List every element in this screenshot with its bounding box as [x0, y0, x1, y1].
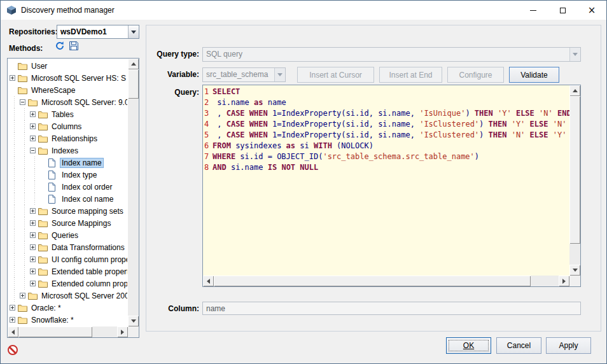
folder-icon — [38, 244, 50, 251]
expand-icon[interactable] — [30, 244, 36, 250]
validation-error-icon — [8, 345, 18, 355]
tree-item-label: Extended column prop — [50, 279, 127, 289]
scrollbar-thumb[interactable] — [128, 69, 139, 99]
save-methods-button[interactable] — [68, 40, 80, 52]
tree-item[interactable]: Microsoft SQL Server 2000 — [9, 290, 127, 302]
tree-indent-guide — [19, 157, 29, 169]
expand-icon[interactable] — [20, 293, 25, 298]
scroll-up-button[interactable] — [569, 85, 580, 96]
expand-icon[interactable] — [30, 111, 36, 117]
folder-icon — [18, 316, 29, 324]
scroll-left-button[interactable] — [203, 276, 214, 286]
arrow-left-icon — [207, 279, 210, 284]
tree-item[interactable]: Extended column prop — [9, 277, 127, 290]
tree-indent-guide — [9, 108, 19, 120]
tree-item[interactable]: Relationships — [9, 132, 127, 144]
expand-icon[interactable] — [30, 208, 36, 214]
maximize-button[interactable] — [548, 1, 577, 20]
close-button[interactable]: × — [577, 1, 606, 20]
tree-item-label: Microsoft SQL Server 2000 — [39, 291, 127, 301]
tree-item[interactable]: Queries — [9, 229, 127, 241]
tree-item[interactable]: Indexes — [9, 144, 127, 157]
column-field[interactable]: name — [202, 302, 581, 315]
scroll-down-button[interactable] — [569, 265, 580, 276]
arrow-down-icon — [573, 269, 578, 272]
validate-button[interactable]: Validate — [509, 67, 559, 83]
repository-combo-value: wsDVDemo1 — [57, 25, 128, 38]
tree-item[interactable]: Columns — [9, 120, 127, 132]
scroll-left-button[interactable] — [8, 326, 18, 337]
line-number: 1 — [204, 87, 213, 97]
scrollbar-thumb[interactable] — [18, 326, 92, 337]
expand-icon[interactable] — [30, 136, 36, 141]
scrollbar-thumb[interactable] — [214, 276, 531, 286]
tree-indent-guide — [9, 290, 19, 302]
expand-icon[interactable] — [10, 75, 15, 81]
cancel-button[interactable]: Cancel — [496, 337, 541, 354]
tree-item[interactable]: Data Transformations — [9, 241, 127, 253]
scroll-down-button[interactable] — [128, 316, 139, 326]
title-bar[interactable]: Discovery method manager × — [1, 1, 606, 20]
tree-item[interactable]: Source Mappings — [9, 217, 127, 229]
tree-horizontal-scrollbar — [8, 326, 128, 337]
expand-icon[interactable] — [30, 220, 36, 226]
chevron-down-icon — [131, 31, 136, 34]
methods-tree[interactable]: UserMicrosoft SQL Server HS: SWhereScape… — [7, 58, 139, 338]
scroll-right-button[interactable] — [117, 326, 128, 337]
tree-item-label: WhereScape — [29, 85, 77, 95]
expand-icon[interactable] — [30, 123, 36, 129]
tree-item[interactable]: Tables — [9, 108, 127, 120]
code-line: 6FROM sysindexes as si WITH (NOLOCK) — [204, 141, 569, 151]
folder-icon — [18, 304, 29, 312]
tree-item[interactable]: Index col order — [9, 181, 127, 193]
variable-combo: src_table_schema — [202, 67, 286, 82]
repository-combo-arrow[interactable] — [128, 25, 139, 38]
code-line: 8AND si.name IS NOT NULL — [204, 162, 569, 173]
tree-item[interactable]: Extended table propert — [9, 265, 127, 277]
scroll-right-button[interactable] — [559, 276, 569, 286]
collapse-icon[interactable] — [30, 148, 36, 153]
tree-item[interactable]: Index type — [9, 169, 127, 181]
arrow-up-icon — [131, 62, 136, 66]
variable-combo-arrow — [274, 68, 285, 81]
scrollbar-thumb[interactable] — [569, 96, 580, 244]
tree-item[interactable]: Snowflake: * — [9, 314, 127, 326]
tree-item[interactable]: Source mapping sets — [9, 205, 127, 217]
tree-item-label: Index col order — [60, 182, 114, 192]
expand-icon[interactable] — [10, 305, 15, 311]
tree-item[interactable]: Microsoft SQL Server: 9.0 - — [9, 96, 127, 108]
minimize-button[interactable] — [519, 1, 548, 20]
expand-icon[interactable] — [30, 232, 36, 238]
refresh-methods-button[interactable] — [54, 40, 66, 52]
ok-button[interactable]: OK — [446, 337, 491, 354]
configure-label: Configure — [459, 71, 492, 80]
folder-icon — [38, 280, 50, 288]
repositories-label: Repositories: — [9, 27, 58, 36]
tree-item[interactable]: Index col name — [9, 193, 127, 205]
folder-icon — [38, 220, 50, 227]
apply-button[interactable]: Apply — [546, 337, 591, 354]
repository-combo[interactable]: wsDVDemo1 — [57, 25, 139, 39]
tree-item[interactable]: Index name — [9, 157, 127, 169]
tree-indent-guide — [9, 253, 19, 265]
tree-item[interactable]: User — [9, 60, 127, 72]
query-editor[interactable]: 1SELECT2 si.name as name3 , CASE WHEN 1=… — [202, 85, 581, 287]
expand-icon[interactable] — [10, 317, 15, 323]
expand-icon[interactable] — [30, 281, 36, 286]
editor-horizontal-scrollbar — [203, 276, 569, 286]
tree-indent-guide — [19, 217, 29, 229]
expand-icon[interactable] — [30, 269, 36, 274]
collapse-icon[interactable] — [20, 99, 25, 105]
scroll-up-button[interactable] — [128, 59, 139, 69]
line-number: 6 — [204, 141, 213, 151]
tree-item[interactable]: WhereScape — [9, 84, 127, 96]
tree-item[interactable]: Microsoft SQL Server HS: S — [9, 72, 127, 84]
line-number: 4 — [204, 119, 213, 130]
tree-item[interactable]: UI config column prope — [9, 253, 127, 265]
code-line: 3 , CASE WHEN 1=IndexProperty(si.id, si.… — [204, 108, 569, 119]
query-code[interactable]: 1SELECT2 si.name as name3 , CASE WHEN 1=… — [203, 85, 569, 276]
tree-item[interactable]: Oracle: * — [9, 302, 127, 314]
apply-label: Apply — [559, 341, 578, 350]
expand-icon[interactable] — [30, 256, 36, 262]
arrow-down-icon — [131, 319, 136, 323]
